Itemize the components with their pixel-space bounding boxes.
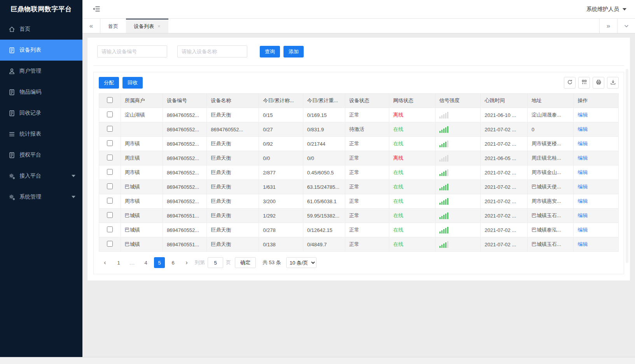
cell-signal xyxy=(435,209,480,223)
print-button[interactable] xyxy=(593,77,604,89)
cell-heartbeat: 2021-06-10 ... xyxy=(481,108,528,122)
download-button[interactable] xyxy=(607,77,619,89)
add-button[interactable]: 添加 xyxy=(283,46,304,57)
row-checkbox[interactable] xyxy=(107,226,113,232)
recycle-button[interactable]: 回收 xyxy=(122,77,143,89)
table-row: 8694760552...8694760552...0/270/831.9待激活… xyxy=(99,122,619,137)
cell-address: 巴城镇玉石... xyxy=(527,209,574,223)
prev-page-icon[interactable]: ‹ xyxy=(100,257,110,268)
sidebar-item-统计报表[interactable]: 统计报表 xyxy=(0,124,82,145)
assign-button[interactable]: 分配 xyxy=(99,77,119,89)
panel-scrollbar[interactable] xyxy=(626,69,628,263)
close-icon[interactable]: × xyxy=(157,23,161,29)
cell-device-name: 巨鼎天衡 xyxy=(207,108,259,122)
column-header: 设备名称 xyxy=(207,94,259,108)
table-row: 巴城镇8694760552...巨鼎天衡0/2780/12642.15正常在线2… xyxy=(99,223,619,237)
tab-首页[interactable]: 首页 xyxy=(100,19,126,33)
row-checkbox[interactable] xyxy=(107,212,113,218)
edit-link[interactable]: 编辑 xyxy=(577,241,588,247)
select-all-checkbox[interactable] xyxy=(107,97,113,103)
fold-menu-icon[interactable] xyxy=(93,6,101,13)
sidebar-item-首页[interactable]: 首页 xyxy=(0,19,82,40)
row-checkbox[interactable] xyxy=(107,241,113,247)
row-checkbox[interactable] xyxy=(107,140,113,146)
cell-merchant: 巴城镇 xyxy=(121,223,163,237)
download-icon xyxy=(610,79,616,86)
edit-link[interactable]: 编辑 xyxy=(577,169,588,175)
table-header-row: 所属商户设备编号设备名称今日/累计称...今日/累计重...设备状态网络状态信号… xyxy=(99,94,619,108)
sidebar-item-回收记录[interactable]: 回收记录 xyxy=(0,103,82,124)
page-button-4[interactable]: 4 xyxy=(140,257,151,268)
row-checkbox[interactable] xyxy=(107,155,113,160)
tabs-scroll-right-icon[interactable]: » xyxy=(599,19,617,33)
edit-link[interactable]: 编辑 xyxy=(577,212,588,218)
table-body: 淀山湖镇8694760552...巨鼎天衡0/150/169.15正常离线202… xyxy=(99,108,619,252)
row-checkbox[interactable] xyxy=(107,126,113,132)
cell-device-status: 正常 xyxy=(345,180,389,194)
page-button-5[interactable]: 5 xyxy=(154,257,165,268)
sidebar-item-系统管理[interactable]: 系统管理 xyxy=(0,186,82,207)
edit-link[interactable]: 编辑 xyxy=(577,184,588,190)
sidebar-item-授权平台[interactable]: 授权平台 xyxy=(0,145,82,165)
sidebar-item-接入平台[interactable]: 接入平台 xyxy=(0,165,82,186)
pagination: ‹1...456›到第页确定共 53 条10 条/页 xyxy=(99,252,619,274)
cell-merchant xyxy=(121,122,163,137)
cell-count: 0/27 xyxy=(259,122,303,137)
cell-heartbeat: 2021-07-02 ... xyxy=(481,209,528,223)
user-menu[interactable]: 系统维护人员 xyxy=(586,6,626,13)
row-checkbox[interactable] xyxy=(107,111,113,117)
cell-heartbeat: 2021-07-02 ... xyxy=(481,194,528,209)
cell-signal xyxy=(435,122,480,137)
tab-设备列表[interactable]: 设备列表× xyxy=(126,19,168,33)
edit-link[interactable]: 编辑 xyxy=(577,126,588,132)
cell-device-name: 巨鼎天衡 xyxy=(207,209,259,223)
edit-link[interactable]: 编辑 xyxy=(577,198,588,204)
cell-merchant: 巴城镇 xyxy=(121,237,163,252)
signal-bars-icon xyxy=(439,126,476,133)
cell-device-name: 巨鼎天衡 xyxy=(207,165,259,180)
row-checkbox[interactable] xyxy=(107,169,113,175)
table-row: 周庄镇8694760552...巨鼎天衡0/00/0正常离线2021-06-05… xyxy=(99,151,619,165)
tabbar-spacer xyxy=(168,19,599,33)
refresh-button[interactable] xyxy=(564,77,576,89)
doc-icon xyxy=(9,152,15,158)
cell-device-no: 8694760552... xyxy=(163,137,206,151)
device-list-panel: 查询 添加 分配 回收 xyxy=(87,38,630,280)
cell-device-name: 巨鼎天衡 xyxy=(207,180,259,194)
cell-signal xyxy=(435,165,480,180)
row-checkbox[interactable] xyxy=(107,183,113,189)
edit-link[interactable]: 编辑 xyxy=(577,155,588,161)
device-name-input[interactable] xyxy=(177,45,247,57)
sidebar-item-商户管理[interactable]: 商户管理 xyxy=(0,61,82,82)
cell-device-status: 正常 xyxy=(345,237,389,252)
device-no-input[interactable] xyxy=(97,45,167,57)
confirm-button[interactable]: 确定 xyxy=(235,257,256,268)
edit-link[interactable]: 编辑 xyxy=(577,227,588,233)
goto-page-input[interactable] xyxy=(208,257,223,268)
next-page-icon[interactable]: › xyxy=(181,257,192,268)
cell-device-status: 正常 xyxy=(345,151,389,165)
tabs: 首页设备列表× xyxy=(100,19,168,33)
column-header: 所属商户 xyxy=(121,94,163,108)
sidebar-item-label: 商户管理 xyxy=(19,68,41,75)
page-size-select[interactable]: 10 条/页 xyxy=(286,257,317,268)
cell-count: 1/292 xyxy=(259,209,303,223)
sidebar-item-设备列表[interactable]: 设备列表 xyxy=(0,40,82,61)
columns-button[interactable] xyxy=(578,77,590,89)
query-button[interactable]: 查询 xyxy=(260,46,280,57)
edit-link[interactable]: 编辑 xyxy=(577,112,588,118)
horizontal-scrollbar[interactable] xyxy=(0,357,635,364)
cell-weight: 0/12642.15 xyxy=(303,223,345,237)
sidebar-item-物品编码[interactable]: 物品编码 xyxy=(0,82,82,103)
page-button-6[interactable]: 6 xyxy=(168,257,178,268)
cell-address: 周市镇金山... xyxy=(527,165,574,180)
tabs-scroll-left-icon[interactable]: « xyxy=(82,19,100,33)
row-checkbox[interactable] xyxy=(107,198,113,204)
page-button-1[interactable]: 1 xyxy=(113,257,124,268)
tabs-more-icon[interactable] xyxy=(617,19,635,33)
cell-address: 周市镇惠安... xyxy=(527,194,574,209)
signal-bars-icon xyxy=(439,169,476,176)
cell-weight: 0/21744 xyxy=(303,137,345,151)
edit-link[interactable]: 编辑 xyxy=(577,141,588,146)
table-toolbar: 分配 回收 xyxy=(99,77,619,89)
